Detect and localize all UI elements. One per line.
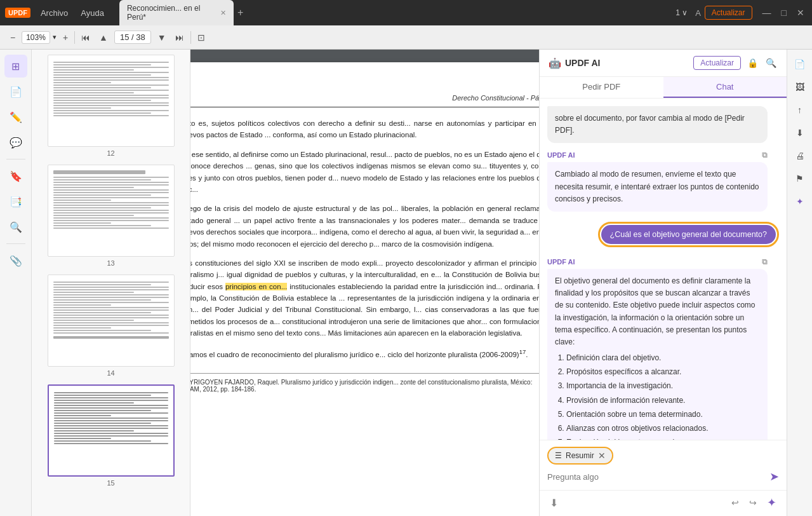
ai-copy-icon-2[interactable]: ⧉ [762, 257, 768, 266]
ai-sender-label: UPDF AI [547, 151, 575, 159]
ai-bubble-2: El objetivo general del documento es def… [547, 269, 768, 440]
ai-response-2: UPDF AI ⧉ El objetivo general del docume… [547, 257, 768, 440]
ai-summarize-tag: ☰ Resumir ✕ [547, 447, 613, 465]
menu-ayuda[interactable]: Ayuda [76, 6, 109, 20]
toolbar-separator-2 [190, 31, 191, 44]
right-icon-download[interactable]: ⬇ [790, 123, 809, 142]
right-icon-flag[interactable]: ⚑ [790, 169, 809, 188]
thumbnail-item-15[interactable]: 15 [37, 384, 185, 487]
ai-tabs: Pedir PDF Chat [540, 77, 787, 98]
tab-bar: Reconocimien... en el Perú* ✕ + [119, 0, 243, 25]
tab-chat[interactable]: Chat [663, 77, 787, 98]
active-tab[interactable]: Reconocimien... en el Perú* ✕ [119, 0, 234, 25]
ai-summarize-close-button[interactable]: ✕ [598, 451, 606, 460]
ai-system-bubble: sobre el documento, por favor cambia al … [547, 106, 768, 143]
right-icon-ai[interactable]: ✦ [790, 192, 809, 211]
zoom-in-button[interactable]: + [60, 31, 70, 44]
suggested-question-button[interactable]: ¿Cuál es el objetivo general del documen… [601, 225, 776, 244]
maximize-button[interactable]: □ [779, 6, 789, 19]
pdf-content: Esto es, sujetos políticos colectivos co… [190, 118, 539, 360]
tab-pedir-pdf-label: Pedir PDF [582, 82, 620, 92]
ai-input-area: ☰ Resumir ✕ ➤ [540, 440, 787, 490]
list-item-3: Importancia de la investigación. [566, 380, 760, 392]
title-bar: UPDF Archivo Ayuda Reconocimien... en el… [0, 0, 812, 25]
ai-chat: sobre el documento, por favor cambia al … [540, 98, 787, 440]
viewer-toolbar: − 103% ▾ + ⏮ ▲ 15 / 38 ▼ ⏭ ⊡ [0, 25, 812, 50]
ai-redo-button[interactable]: ↪ [747, 494, 759, 511]
thumbnail-label-12: 12 [107, 149, 114, 157]
sidebar-divider-2 [6, 243, 25, 244]
thumbnail-item-14[interactable]: 14 [37, 275, 185, 377]
zoom-display: 103% ▾ [22, 31, 57, 44]
right-sidebar: 📄 🖼 ↑ ⬇ 🖨 ⚑ ✦ [787, 50, 812, 516]
suggested-question-text: ¿Cuál es el objetivo general del documen… [610, 230, 767, 239]
nav-first-button[interactable]: ⏮ [79, 31, 93, 44]
pdf-paragraph-3: Luego de la crisis del modelo de ajuste … [190, 203, 539, 250]
menu-archivo[interactable]: Archivo [36, 6, 73, 20]
ai-chat-input[interactable] [547, 472, 764, 482]
sidebar-icon-pages[interactable]: 📑 [4, 190, 27, 213]
right-icon-file[interactable]: 📄 [790, 55, 809, 74]
window-controls: — □ ✕ [760, 6, 807, 19]
add-tab-button[interactable]: + [237, 7, 243, 18]
ai-send-button[interactable]: ➤ [769, 470, 779, 484]
sidebar-divider-1 [6, 159, 25, 160]
right-icon-image[interactable]: 🖼 [790, 78, 809, 97]
zoom-out-button[interactable]: − [8, 31, 18, 44]
ai-undo-button[interactable]: ↩ [729, 494, 742, 511]
sidebar-icon-bookmark[interactable]: 🔖 [4, 165, 27, 187]
tab-label: Reconocimien... en el Perú* [127, 4, 216, 22]
sidebar-icon-edit[interactable]: ✏️ [4, 105, 27, 128]
ai-update-button[interactable]: Actualizar [693, 56, 741, 70]
pdf-paragraph-4: Las constituciones del siglo XXI se insc… [190, 257, 539, 339]
pdf-paragraph-2: En ese sentido, al definirse como un Est… [190, 149, 539, 196]
nav-last-button[interactable]: ⏭ [173, 31, 187, 44]
updf-logo: UPDF [5, 8, 30, 18]
thumbnail-label-14: 14 [107, 369, 114, 377]
ai-sender-1: UPDF AI ⧉ [547, 151, 768, 160]
page-display[interactable]: 15 / 38 [114, 31, 151, 44]
user-icon: A [695, 8, 701, 18]
tab-close-icon[interactable]: ✕ [220, 9, 226, 17]
pdf-footnote: 17 YRIGOYEN FAJARDO, Raquel. Pluralismo … [190, 373, 539, 393]
ai-logo-icon: 🤖 [549, 57, 561, 69]
sidebar-icon-document[interactable]: 📄 [4, 80, 27, 103]
update-button[interactable]: Actualizar [705, 6, 752, 20]
title-bar-right: 1 ∨ A Actualizar — □ ✕ [676, 6, 807, 20]
minimize-button[interactable]: — [760, 6, 774, 19]
sidebar-icon-search[interactable]: 🔍 [4, 215, 27, 238]
tab-chat-label: Chat [716, 82, 733, 92]
page-nav[interactable]: 1 ∨ [676, 8, 688, 17]
zoom-value[interactable]: 103% [22, 31, 50, 44]
pdf-header-text: Derecho Constitucional - Pág... [452, 94, 539, 102]
pdf-paragraph-5: Veamos el cuadro de reconocimiento del p… [190, 347, 539, 360]
ai-ai-icon-button[interactable]: ✦ [764, 494, 779, 511]
title-bar-left: UPDF Archivo Ayuda Reconocimien... en el… [5, 0, 243, 25]
ai-search-button[interactable]: 🔍 [764, 57, 778, 69]
thumbnail-item-13[interactable]: 13 [37, 165, 185, 267]
ai-response-2-text: El objetivo general del documento es def… [555, 276, 755, 346]
right-icon-print[interactable]: 🖨 [790, 146, 809, 165]
suggested-question-wrapper: ¿Cuál es el objetivo general del documen… [598, 222, 779, 247]
pdf-page: Derecho Constitucional - Pág... Esto es,… [190, 62, 539, 516]
left-sidebar: ⊞ 📄 ✏️ 💬 🔖 📑 🔍 📎 [0, 50, 32, 516]
thumbnail-item-12[interactable]: 12 [37, 55, 185, 157]
close-button[interactable]: ✕ [794, 6, 807, 19]
title-bar-menu: Archivo Ayuda [36, 6, 109, 20]
fit-width-button[interactable]: ⊡ [195, 31, 208, 44]
ai-copy-icon-1[interactable]: ⧉ [762, 151, 768, 160]
tab-pedir-pdf[interactable]: Pedir PDF [540, 77, 663, 98]
right-icon-share[interactable]: ↑ [790, 100, 809, 119]
system-text: sobre el documento, por favor cambia al … [555, 114, 745, 135]
ai-scroll-bottom-button[interactable]: ⬇ [547, 496, 561, 510]
sidebar-icon-attach[interactable]: 📎 [4, 249, 27, 272]
ai-header: 🤖 UPDF AI Actualizar 🔒 🔍 [540, 50, 787, 77]
zoom-dropdown-icon[interactable]: ▾ [53, 33, 57, 41]
nav-next-button[interactable]: ▼ [155, 31, 169, 44]
nav-prev-button[interactable]: ▲ [97, 31, 110, 44]
ai-sender-label-2: UPDF AI [547, 258, 575, 266]
sidebar-icon-grid[interactable]: ⊞ [4, 55, 27, 78]
main-container: ⊞ 📄 ✏️ 💬 🔖 📑 🔍 📎 [0, 50, 812, 516]
sidebar-icon-comment[interactable]: 💬 [4, 131, 27, 154]
ai-lock-button[interactable]: 🔒 [746, 57, 759, 69]
